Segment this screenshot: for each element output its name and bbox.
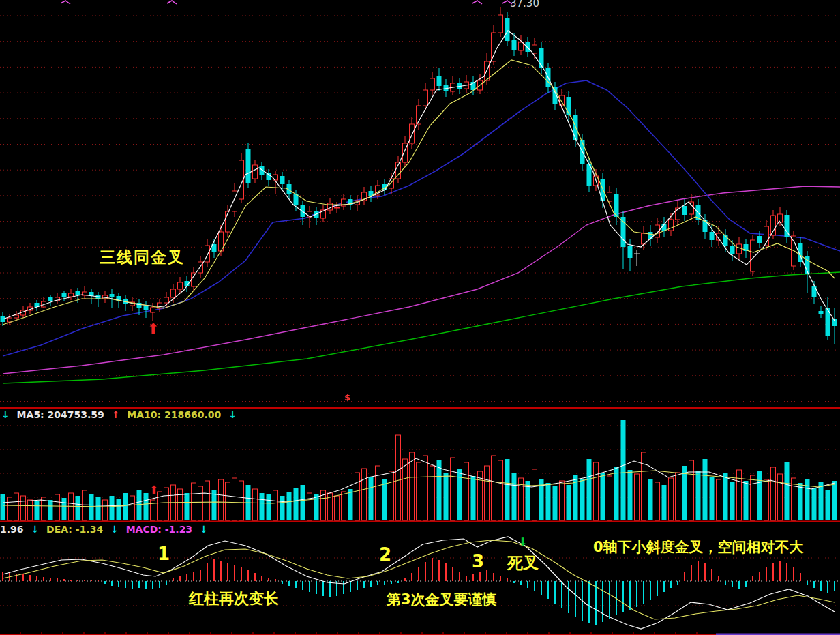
golden-cross-count-1: 1 — [158, 545, 170, 563]
golden-cross-count-2: 2 — [379, 546, 391, 563]
dead-cross-label: 死叉 — [507, 555, 539, 571]
down-arrow-icon: ↓ — [110, 524, 119, 535]
golden-cross-count-3: 3 — [472, 552, 484, 570]
volume-header: ↓ MA5: 204753.59 ↑ MA10: 218660.00 ↓ — [1, 409, 241, 420]
up-arrow-icon: ↑ — [112, 409, 120, 420]
macd-value: MACD: -1.23 — [126, 524, 193, 535]
annotation-triple-golden-cross: 三线同金叉 — [100, 250, 185, 265]
volume-ma10-label: MA10: 218660.00 — [127, 409, 221, 420]
volume-ma5-label: MA5: 204753.59 — [17, 409, 104, 420]
dif-value: 1.96 — [0, 524, 24, 535]
stock-chart-app: 三线同金叉 37.30 ⬆ $ ↓ MA5: 204753.59 ↑ MA10:… — [0, 0, 840, 635]
note-red-bars: 红柱再次变长 — [189, 591, 279, 606]
down-arrow-icon: ↓ — [1, 409, 10, 420]
note-third-cross: 第3次金叉要谨慎 — [387, 593, 497, 607]
sell-marker-icon: $ — [344, 393, 350, 402]
peak-price-label: 37.30 — [510, 0, 539, 9]
macd-header: 1.96 ↓ DEA: -1.34 ↓ MACD: -1.23 ↓ — [0, 524, 212, 535]
down-arrow-icon: ↓ — [200, 524, 208, 535]
dea-value: DEA: -1.34 — [46, 524, 103, 535]
dead-cross-down-arrow-icon: ⬇ — [518, 537, 527, 548]
down-arrow-icon: ↓ — [228, 409, 237, 420]
down-arrow-icon: ↓ — [31, 524, 39, 535]
volume-up-arrow-icon: ⬆ — [149, 484, 159, 497]
buy-up-arrow-icon: ⬆ — [147, 322, 160, 336]
note-zero-axis: 0轴下小斜度金叉，空间相对不大 — [593, 540, 804, 555]
